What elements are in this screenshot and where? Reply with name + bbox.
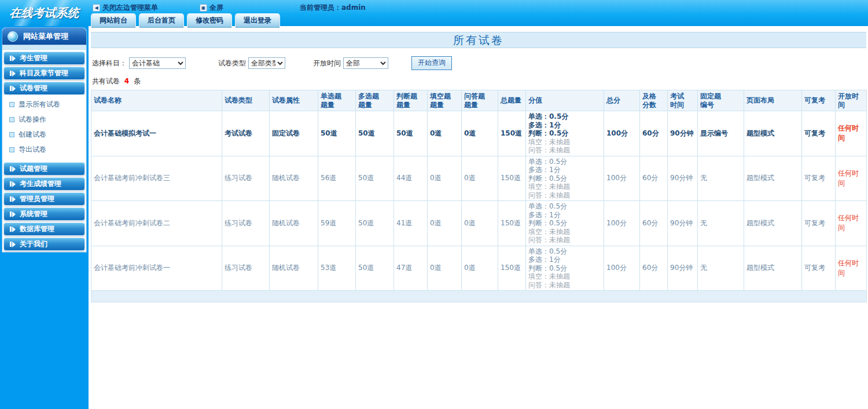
fixed-number: 无 [698,156,744,201]
pass-score: 60分 [640,246,668,291]
retake-flag: 可复考 [802,246,836,291]
main-content: 所有试卷 选择科目： 会计基础 试卷类型 全部类型 开放时间 全部 开始查询 共… [89,26,868,409]
judge-count: 41道 [394,201,428,246]
score-line: 问答：未抽题 [528,236,601,244]
total-count: 150道 [498,201,526,246]
sidebar-group-8[interactable]: 关于我们 [3,238,85,251]
score-line: 填空：未抽题 [528,272,601,281]
multi-count: 50道 [356,111,394,156]
sidebar-item-2[interactable]: 创建试卷 [9,130,86,140]
sidebar-group-7[interactable]: 数据库管理 [3,222,85,236]
sidebar-item-1[interactable]: 试卷操作 [9,115,86,125]
sidebar-group-label: 试题管理 [20,164,47,174]
search-button[interactable]: 开始查询 [411,56,452,70]
sidebar-group-label: 管理员管理 [20,194,54,204]
collapse-left-icon: ◀ [93,4,100,12]
play-icon-bar [10,166,12,171]
score-line: 多选：1分 [528,211,601,220]
top-header: 在线考试系统 ◀ 关闭左边管理菜单 ▣ 全屏 当前管理员：admin 网站前台后… [0,0,868,26]
col-header-2: 试卷属性 [270,90,318,111]
play-icon-triangle [12,181,16,187]
score-line: 问答：未抽题 [528,146,601,155]
score-line: 判断：0.5分 [528,219,601,228]
col-header-7: 问答题 题量 [462,90,498,111]
nav-tabs: 网站前台后台首页修改密码退出登录 [91,13,280,28]
qa-count: 0道 [462,246,498,291]
tab-0[interactable]: 网站前台 [91,13,136,28]
sidebar-group-1[interactable]: 科目及章节管理 [3,67,85,80]
tab-3[interactable]: 退出登录 [235,13,280,28]
play-icon-bar [10,242,12,247]
exam-name: 会计基础模拟考试一 [91,111,222,156]
exam-name: 会计基础考前冲刺试卷三 [91,156,222,201]
table-row: 会计基础模拟考试一考试试卷固定试卷50道50道50道0道0道150道单选：0.5… [91,111,867,156]
play-icon [10,71,16,76]
col-header-4: 多选题 题量 [356,90,394,111]
fixed-number: 无 [698,201,744,246]
exam-table-body: 会计基础模拟考试一考试试卷固定试卷50道50道50道0道0道150道单选：0.5… [91,111,867,291]
score-line: 填空：未抽题 [528,182,601,191]
fullscreen-button[interactable]: ▣ 全屏 [200,3,223,13]
judge-count: 44道 [394,156,428,201]
multi-count: 50道 [356,156,394,201]
fixed-number: 显示编号 [698,111,744,156]
score-values: 单选：0.5分多选：1分判断：0.5分填空：未抽题问答：未抽题 [526,111,604,156]
exam-attr: 随机试卷 [270,246,318,291]
fullscreen-icon: ▣ [200,4,207,12]
type-select[interactable]: 全部类型 [248,57,285,69]
col-header-3: 单选题 题量 [318,90,356,111]
score-values: 单选：0.5分多选：1分判断：0.5分填空：未抽题问答：未抽题 [526,156,604,201]
sidebar-group-6[interactable]: 系统管理 [3,207,85,221]
sidebar-item-3[interactable]: 导出试卷 [9,145,86,155]
sidebar-group-label: 科目及章节管理 [20,68,68,78]
score-line: 判断：0.5分 [528,129,601,138]
sidebar-item-0[interactable]: 显示所有试卷 [9,100,86,109]
col-header-5: 判断题 题量 [394,90,428,111]
subject-select[interactable]: 会计基础 [129,57,186,69]
exam-attr: 固定试卷 [270,111,318,156]
subject-label: 选择科目： [92,59,127,68]
open-time: 任何时间 [836,156,867,201]
sidebar-group-4[interactable]: 考生成绩管理 [3,177,85,191]
tab-1[interactable]: 后台首页 [139,13,184,28]
sidebar-group-label: 系统管理 [20,209,47,219]
sidebar-item-label: 导出试卷 [19,145,46,155]
sidebar-group-0[interactable]: 考生管理 [3,52,85,65]
score-line: 判断：0.5分 [528,264,601,273]
result-summary: 共有试卷 4 条 [92,76,867,86]
col-header-1: 试卷类型 [222,90,270,111]
play-icon [10,211,16,217]
sidebar-group-2[interactable]: 试卷管理 [3,82,85,95]
play-icon-bar [10,71,12,76]
square-icon [9,102,14,107]
play-icon-triangle [12,242,16,247]
square-icon [9,147,14,152]
play-icon-triangle [12,227,16,232]
time-select[interactable]: 全部 [343,57,388,69]
sidebar: 网站菜单管理 考生管理科目及章节管理试卷管理显示所有试卷试卷操作创建试卷导出试卷… [0,26,89,409]
score-line: 多选：1分 [528,255,601,264]
total-count: 150道 [498,246,526,291]
sidebar-menu: 考生管理科目及章节管理试卷管理显示所有试卷试卷操作创建试卷导出试卷试题管理考生成… [2,52,86,251]
sidebar-group-3[interactable]: 试题管理 [3,162,85,176]
close-left-menu-button[interactable]: ◀ 关闭左边管理菜单 [93,3,158,13]
score-line: 多选：1分 [528,166,601,174]
exam-table: 试卷名称试卷类型试卷属性单选题 题量多选题 题量判断题 题量填空题 题量问答题 … [91,90,867,302]
play-icon [10,196,16,202]
page-layout: 题型模式 [744,111,802,156]
col-header-14: 页面布局 [744,90,802,111]
pass-score: 60分 [640,201,668,246]
play-icon-bar [10,56,12,61]
col-header-10: 总分 [604,90,640,111]
page-layout: 题型模式 [744,246,802,291]
type-label: 试卷类型 [218,59,246,68]
col-header-8: 总题量 [498,90,526,111]
top-menu: ◀ 关闭左边管理菜单 ▣ 全屏 当前管理员：admin [93,3,366,13]
tab-2[interactable]: 修改密码 [187,13,232,28]
total-score: 100分 [604,246,640,291]
sidebar-panel-header: 网站菜单管理 [2,28,86,45]
exam-name: 会计基础考前冲刺试卷二 [91,201,222,246]
judge-count: 50道 [394,111,428,156]
exam-type: 练习试卷 [222,156,270,201]
sidebar-group-5[interactable]: 管理员管理 [3,192,85,206]
